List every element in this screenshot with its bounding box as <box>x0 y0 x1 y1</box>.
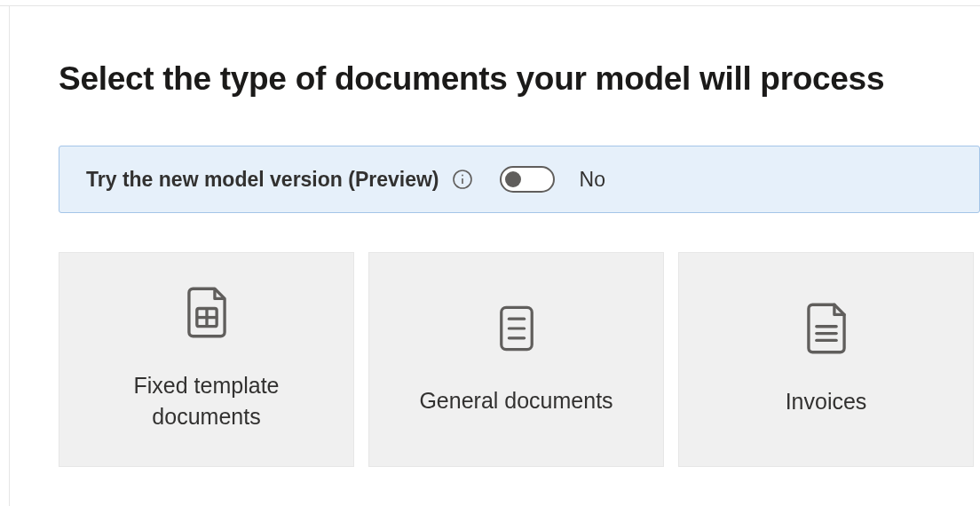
card-title: Fixed template documents <box>91 370 322 432</box>
svg-point-2 <box>462 175 463 177</box>
page-title: Select the type of documents your model … <box>59 60 980 98</box>
info-icon[interactable] <box>452 169 473 190</box>
card-general-documents[interactable]: General documents <box>368 252 664 467</box>
preview-banner: Try the new model version (Preview) No <box>59 146 980 213</box>
toggle-knob <box>505 171 521 187</box>
card-fixed-template-documents[interactable]: Fixed template documents <box>59 252 354 467</box>
main-content: Select the type of documents your model … <box>0 0 980 467</box>
preview-toggle[interactable] <box>500 166 555 193</box>
document-type-cards: Fixed template documents General documen… <box>59 252 980 467</box>
card-title: General documents <box>419 385 612 416</box>
divider-top <box>0 5 980 6</box>
lines-document-icon <box>804 303 849 358</box>
table-document-icon <box>185 287 229 342</box>
toggle-state-label: No <box>580 168 605 192</box>
list-document-icon <box>495 304 538 357</box>
divider-left <box>9 5 10 506</box>
card-invoices[interactable]: Invoices <box>678 252 974 467</box>
preview-label: Try the new model version (Preview) <box>86 168 439 192</box>
card-title: Invoices <box>786 386 867 417</box>
